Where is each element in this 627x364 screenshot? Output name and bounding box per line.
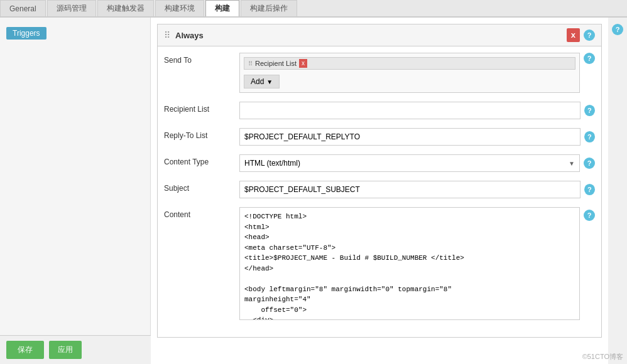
recipient-tag-close-button[interactable]: x <box>299 59 307 68</box>
subject-label: Subject <box>164 181 239 193</box>
main-content: ⠿ Always x ? Send To ⠿ <box>151 18 608 364</box>
always-body: Send To ⠿ Recipient List x <box>158 46 601 337</box>
drag-handle-icon: ⠿ <box>164 30 170 40</box>
send-to-label: Send To <box>164 53 239 65</box>
tab-source[interactable]: 源码管理 <box>47 0 96 16</box>
content-type-select-wrap: HTML (text/html) Plain Text Both HTML an… <box>239 154 580 172</box>
send-to-help-icon[interactable]: ? <box>584 53 595 64</box>
subject-control: ? <box>239 181 595 198</box>
recipient-tag: ⠿ Recipient List x <box>244 57 575 70</box>
main-layout: Triggers ⠿ Always x ? Send To <box>0 18 627 364</box>
drag-dots-icon: ⠿ <box>248 60 253 67</box>
tab-build-triggers[interactable]: 构建触发器 <box>97 0 154 16</box>
save-button[interactable]: 保存 <box>6 341 44 359</box>
recipient-list-label: Recipient List <box>164 102 239 114</box>
sidebar-trigger-label: Triggers <box>6 27 46 40</box>
add-btn-label: Add <box>251 77 264 86</box>
content-type-label: Content Type <box>164 154 239 166</box>
content-type-row: Content Type HTML (text/html) Plain Text… <box>164 154 595 172</box>
top-nav: General 源码管理 构建触发器 构建环境 构建 构建后操作 <box>0 0 627 18</box>
subject-help-icon[interactable]: ? <box>584 184 595 195</box>
recipient-tag-label: Recipient List <box>255 60 297 67</box>
content-type-select[interactable]: HTML (text/html) Plain Text Both HTML an… <box>239 154 580 172</box>
tab-post-build[interactable]: 构建后操作 <box>241 0 297 16</box>
bottom-bar: 保存 应用 <box>0 335 151 364</box>
reply-to-help-icon[interactable]: ? <box>584 131 595 142</box>
content-label: Content <box>164 207 239 219</box>
recipient-list-control: ? <box>239 102 595 119</box>
reply-to-input[interactable] <box>239 128 581 146</box>
tab-build[interactable]: 构建 <box>205 0 239 16</box>
subject-row: Subject ? <box>164 181 595 198</box>
content-help-icon[interactable]: ? <box>584 210 595 221</box>
content-row: Content <!DOCTYPE html> <html> <head> <m… <box>164 207 595 322</box>
tab-build-env[interactable]: 构建环境 <box>155 0 204 16</box>
reply-to-row: Reply-To List ? <box>164 128 595 146</box>
apply-button[interactable]: 应用 <box>49 341 82 359</box>
watermark: ©51CTO博客 <box>582 352 623 361</box>
recipient-list-input[interactable] <box>239 102 581 119</box>
content-textarea-wrap: <!DOCTYPE html> <html> <head> <meta char… <box>239 207 580 322</box>
sidebar: Triggers <box>0 18 151 364</box>
recipient-list-row: Recipient List ? <box>164 102 595 119</box>
content-type-control: HTML (text/html) Plain Text Both HTML an… <box>239 154 595 172</box>
content-textarea[interactable]: <!DOCTYPE html> <html> <head> <meta char… <box>239 207 580 320</box>
always-title: Always <box>175 31 204 40</box>
always-help-icon[interactable]: ? <box>584 29 595 41</box>
always-header-left: ⠿ Always <box>164 30 204 40</box>
send-to-row: Send To ⠿ Recipient List x <box>164 53 595 93</box>
send-to-control: ⠿ Recipient List x Add ▼ <box>239 53 595 93</box>
always-section: ⠿ Always x ? Send To ⠿ <box>157 24 602 338</box>
always-header: ⠿ Always x ? <box>158 24 601 46</box>
subject-input[interactable] <box>239 181 581 198</box>
outer-help-icon-top[interactable]: ? <box>612 24 623 35</box>
add-btn-arrow-icon: ▼ <box>266 78 273 85</box>
reply-to-label: Reply-To List <box>164 128 239 140</box>
right-outer-help: ? <box>608 18 627 364</box>
content-type-help-icon[interactable]: ? <box>584 158 595 169</box>
always-close-button[interactable]: x <box>567 28 580 42</box>
reply-to-control: ? <box>239 128 595 146</box>
recipient-list-help-icon[interactable]: ? <box>584 105 595 116</box>
content-control: <!DOCTYPE html> <html> <head> <meta char… <box>239 207 595 322</box>
tab-general[interactable]: General <box>0 0 46 16</box>
recipient-box: ⠿ Recipient List x Add ▼ <box>239 53 580 93</box>
add-recipient-button[interactable]: Add ▼ <box>244 75 280 88</box>
